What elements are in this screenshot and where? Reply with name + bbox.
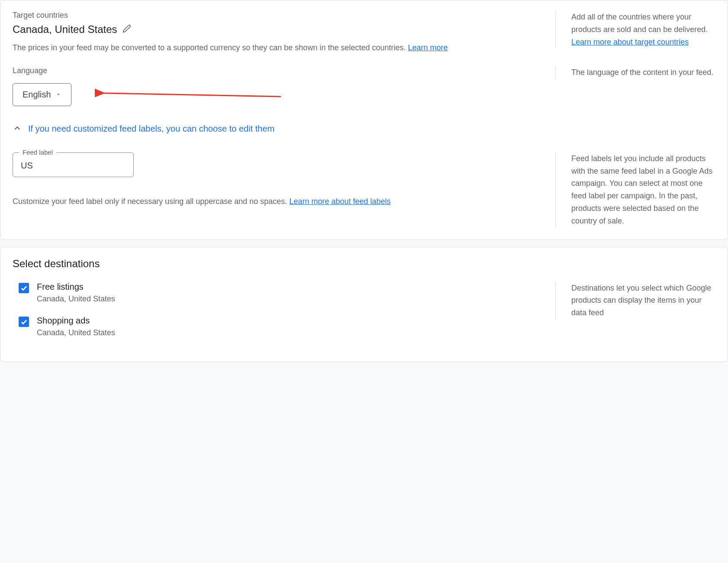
countries-learn-more-link[interactable]: Learn more (408, 43, 448, 52)
shopping-ads-sub: Canada, United States (37, 328, 115, 337)
feed-label-learn-more-link[interactable]: Learn more about feed labels (289, 197, 390, 206)
shopping-ads-checkbox[interactable] (19, 317, 29, 327)
feed-label-value: US (21, 161, 33, 170)
destination-item: Free listings Canada, United States (19, 282, 541, 304)
free-listings-label: Free listings (37, 282, 115, 292)
svg-line-1 (103, 93, 281, 97)
feed-labels-expand-toggle[interactable]: If you need customized feed labels, you … (13, 123, 715, 134)
target-countries-label: Target countries (13, 11, 541, 20)
target-countries-help: The prices in your feed may be converted… (13, 42, 541, 54)
feed-label-floating-label: Feed label (19, 149, 56, 156)
destination-item: Shopping ads Canada, United States (19, 316, 541, 337)
chevron-up-icon (13, 123, 22, 134)
free-listings-checkbox[interactable] (19, 283, 29, 293)
feed-label-help: Customize your feed label only if necess… (13, 195, 541, 208)
dropdown-arrow-icon (55, 90, 61, 100)
language-label: Language (13, 66, 541, 75)
annotation-arrow-icon (95, 87, 285, 104)
feed-label-input[interactable]: Feed label US (13, 152, 134, 177)
target-countries-side-link[interactable]: Learn more about target countries (571, 38, 689, 46)
language-value: English (23, 90, 51, 100)
free-listings-sub: Canada, United States (37, 294, 115, 304)
destinations-title: Select destinations (13, 258, 715, 270)
language-dropdown[interactable]: English (13, 83, 71, 106)
language-side-help: The language of the content in your feed… (555, 66, 715, 79)
destinations-side-help: Destinations let you select which Google… (555, 282, 715, 319)
shopping-ads-label: Shopping ads (37, 316, 115, 326)
target-countries-value: Canada, United States (13, 23, 117, 36)
target-countries-side-help: Add all of the countries where your prod… (555, 11, 715, 48)
edit-countries-icon[interactable] (122, 23, 131, 36)
feed-label-side-help: Feed labels let you include all products… (555, 152, 715, 227)
feed-labels-expand-text: If you need customized feed labels, you … (28, 124, 274, 134)
